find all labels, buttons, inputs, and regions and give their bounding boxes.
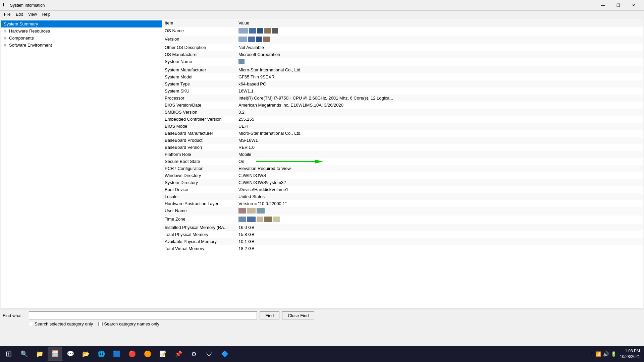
checkbox-selected-category-label: Search selected category only — [35, 321, 93, 326]
table-row: ProcessorIntel(R) Core(TM) i7-9750H CPU … — [162, 95, 643, 102]
tray-battery[interactable]: 🔋 — [611, 351, 616, 357]
green-arrow — [256, 158, 323, 165]
show-desktop-button[interactable] — [641, 347, 643, 361]
sidebar-item-components[interactable]: ⊞ Components — [1, 35, 162, 42]
table-cell-value: C:\WINDOWS\system32 — [236, 179, 643, 186]
sidebar-item-label: System Summary — [4, 21, 38, 26]
table-cell-item: Version — [162, 36, 236, 44]
table-row: OS ManufacturerMicrosoft Corporation — [162, 51, 643, 58]
taskbar-store-button[interactable]: 🪟 — [48, 347, 62, 361]
table-cell-value: 255.255 — [236, 116, 643, 123]
table-row: Installed Physical Memory (RA...16.0 GB — [162, 224, 643, 231]
table-row: Other OS DescriptionNot Available — [162, 44, 643, 51]
redacted-block — [263, 37, 270, 42]
close-find-button[interactable]: Close Find — [282, 311, 314, 319]
table-cell-value: Micro-Star International Co., Ltd. — [236, 130, 643, 137]
redacted-value — [238, 28, 278, 34]
table-row: BaseBoard VersionREV:1.0 — [162, 144, 643, 151]
table-cell-item: Other OS Description — [162, 44, 236, 51]
table-row: LocaleUnited States — [162, 193, 643, 200]
table-row: Total Virtual Memory18.2 GB — [162, 245, 643, 252]
sidebar-item-label: Software Environment — [9, 43, 52, 48]
title-bar-title: System Information — [10, 3, 45, 8]
redacted-block — [264, 28, 271, 34]
table-row: Hardware Abstraction LayerVersion = "10.… — [162, 200, 643, 207]
table-row: BIOS Version/DateAmerican Megatrends Inc… — [162, 102, 643, 109]
taskbar-security-button[interactable]: 🛡 — [202, 347, 217, 361]
sidebar-item-hardware-resources[interactable]: ⊞ Hardware Resources — [1, 27, 162, 35]
checkbox-category-names[interactable]: Search category names only — [98, 321, 159, 326]
table-cell-value: United States — [236, 193, 643, 200]
table-row: System Name — [162, 58, 643, 66]
table-cell-value: MS-16W1 — [236, 137, 643, 144]
system-clock[interactable]: 1:08 PM 10/28/2021 — [620, 348, 640, 360]
svg-marker-1 — [315, 160, 323, 164]
table-cell-value: 15.8 GB — [236, 231, 643, 238]
table-cell-item: BIOS Version/Date — [162, 102, 236, 109]
sidebar-item-label: Components — [9, 36, 34, 41]
taskbar-teams-button[interactable]: 💬 — [63, 347, 78, 361]
table-cell-item: Processor — [162, 95, 236, 102]
table-cell-item: Available Physical Memory — [162, 238, 236, 245]
maximize-button[interactable]: ❐ — [610, 0, 626, 11]
table-cell-item: BIOS Mode — [162, 123, 236, 130]
taskbar-app4-button[interactable]: 📌 — [171, 347, 186, 361]
menu-help[interactable]: Help — [40, 11, 53, 17]
main-container: System Summary ⊞ Hardware Resources ⊞ Co… — [0, 18, 644, 328]
minimize-button[interactable]: — — [595, 0, 610, 11]
checkbox-selected-category[interactable]: Search selected category only — [29, 321, 93, 326]
table-cell-value: 16.0 GB — [236, 224, 643, 231]
table-row: System Typex64-based PC — [162, 80, 643, 87]
table-row: SMBIOS Version3.2 — [162, 109, 643, 116]
table-cell-item: System Type — [162, 80, 236, 87]
checkbox-category-names-label: Search category names only — [104, 321, 159, 326]
taskbar-search-button[interactable]: 🔍 — [17, 347, 32, 361]
checkbox-category-names-input[interactable] — [98, 322, 103, 326]
expand-icon: ⊞ — [4, 36, 8, 40]
data-table: Item Value OS NameVersionOther OS Descri… — [162, 19, 643, 252]
search-input[interactable] — [29, 311, 257, 319]
redacted-block — [273, 217, 280, 222]
table-cell-value — [236, 58, 643, 66]
table-cell-value: Not Available — [236, 44, 643, 51]
table-cell-item: SMBIOS Version — [162, 109, 236, 116]
table-row: BaseBoard ProductMS-16W1 — [162, 137, 643, 144]
redacted-block — [247, 208, 256, 214]
tray-chevron[interactable]: ^ — [591, 351, 593, 357]
table-row: System DirectoryC:\WINDOWS\system32 — [162, 179, 643, 186]
taskbar-app5-button[interactable]: 🔷 — [217, 347, 232, 361]
table-cell-value: UEFI — [236, 123, 643, 130]
find-button[interactable]: Find — [260, 311, 279, 319]
taskbar-word-button[interactable]: 📝 — [156, 347, 170, 361]
expand-icon: ⊞ — [4, 29, 8, 33]
taskbar-app1-button[interactable]: 🟦 — [109, 347, 124, 361]
table-cell-value: x64-based PC — [236, 80, 643, 87]
taskbar-settings-button[interactable]: ⚙ — [186, 347, 201, 361]
table-cell-item: BaseBoard Product — [162, 137, 236, 144]
taskbar-app3-button[interactable]: 🟠 — [140, 347, 155, 361]
table-row: System SKU16W1.1 — [162, 87, 643, 95]
table-cell-value: Intel(R) Core(TM) i7-9750H CPU @ 2.60GHz… — [236, 95, 643, 102]
taskbar-app2-button[interactable]: 🔴 — [125, 347, 140, 361]
menu-edit[interactable]: Edit — [13, 11, 25, 17]
tray-wifi[interactable]: 📶 — [595, 351, 601, 357]
menu-view[interactable]: View — [25, 11, 40, 17]
checkbox-selected-category-input[interactable] — [29, 322, 33, 326]
taskbar-file-explorer-button[interactable]: 📁 — [32, 347, 47, 361]
sidebar-item-system-summary[interactable]: System Summary — [1, 20, 162, 27]
redacted-block — [257, 217, 263, 222]
redacted-block — [238, 217, 246, 222]
taskbar-edge-button[interactable]: 🌐 — [94, 347, 109, 361]
taskbar-start-button[interactable]: ⊞ — [1, 347, 16, 361]
taskbar-files-button[interactable]: 📂 — [78, 347, 93, 361]
table-row: BIOS ModeUEFI — [162, 123, 643, 130]
menu-bar: File Edit View Help — [0, 11, 644, 18]
redacted-block — [264, 217, 272, 222]
taskbar: ⊞ 🔍 📁 🪟 💬 📂 🌐 🟦 🔴 🟠 📝 📌 ⚙ 🛡 🔷 ^ 📶 🔊 🔋 1:… — [0, 346, 644, 362]
tray-volume[interactable]: 🔊 — [603, 351, 609, 357]
table-row: Boot Device\Device\HarddiskVolume1 — [162, 186, 643, 193]
close-button[interactable]: ✕ — [626, 0, 641, 11]
menu-file[interactable]: File — [1, 11, 13, 17]
table-row: System ManufacturerMicro-Star Internatio… — [162, 66, 643, 73]
sidebar-item-software-environment[interactable]: ⊞ Software Environment — [1, 42, 162, 49]
